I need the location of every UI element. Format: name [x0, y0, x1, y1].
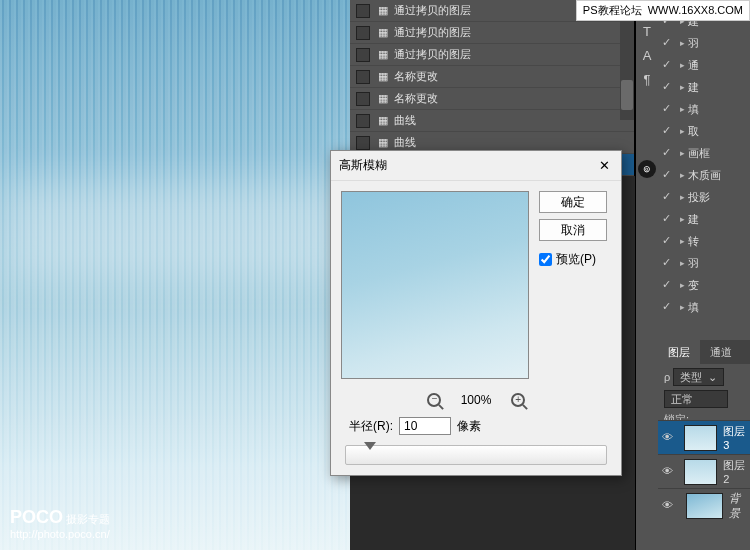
gaussian-blur-dialog: 高斯模糊 ✕ 确定 取消 预览(P) 100% 半径(R): 像素: [330, 150, 622, 476]
preview-checkbox[interactable]: 预览(P): [539, 251, 607, 268]
expand-icon[interactable]: ▸: [680, 126, 685, 136]
group-layer-row[interactable]: ✓▸羽: [658, 252, 750, 274]
layer-icon: ▦: [376, 92, 390, 106]
eye-icon[interactable]: 👁: [662, 465, 674, 479]
expand-icon[interactable]: ▸: [680, 302, 685, 312]
group-layer-row[interactable]: ✓▸木质画: [658, 164, 750, 186]
tab-layers[interactable]: 图层: [658, 340, 700, 364]
expand-icon[interactable]: ▸: [680, 214, 685, 224]
layer-thumb[interactable]: [684, 425, 717, 451]
layer-item[interactable]: 👁图层 3: [658, 420, 750, 454]
group-layer-row[interactable]: ✓▸填: [658, 98, 750, 120]
eye-icon[interactable]: ✓: [662, 36, 676, 50]
expand-icon[interactable]: ▸: [680, 236, 685, 246]
group-layer-row[interactable]: ✓▸转: [658, 230, 750, 252]
panel-tabs: 图层 通道: [658, 340, 750, 364]
expand-icon[interactable]: ▸: [680, 170, 685, 180]
cc-icon[interactable]: ⊚: [638, 160, 656, 178]
eye-icon[interactable]: ✓: [662, 190, 676, 204]
curves-icon: ▦: [376, 136, 390, 150]
tool-column: T A ¶: [636, 20, 658, 92]
zoom-level: 100%: [461, 393, 492, 407]
expand-icon[interactable]: ▸: [680, 82, 685, 92]
eye-icon[interactable]: ✓: [662, 168, 676, 182]
eye-icon[interactable]: ✓: [662, 278, 676, 292]
ok-button[interactable]: 确定: [539, 191, 607, 213]
eye-icon[interactable]: ✓: [662, 212, 676, 226]
group-layer-row[interactable]: ✓▸变: [658, 274, 750, 296]
layer-thumb[interactable]: [686, 493, 723, 519]
group-layer-row[interactable]: ✓▸取: [658, 120, 750, 142]
eye-icon[interactable]: ✓: [662, 256, 676, 270]
eye-icon[interactable]: ✓: [662, 300, 676, 314]
eye-icon[interactable]: ✓: [662, 80, 676, 94]
history-item[interactable]: ▦名称更改: [350, 88, 634, 110]
layer-thumb[interactable]: [684, 459, 717, 485]
expand-icon[interactable]: ▸: [680, 258, 685, 268]
layer-item[interactable]: 👁背景: [658, 488, 750, 522]
eye-icon[interactable]: ✓: [662, 146, 676, 160]
group-layer-row[interactable]: ✓▸通: [658, 54, 750, 76]
layer-icon: ▦: [376, 70, 390, 84]
eye-icon[interactable]: 👁: [662, 499, 676, 513]
eye-icon[interactable]: ✓: [662, 58, 676, 72]
group-layer-row[interactable]: ✓▸建: [658, 208, 750, 230]
zoom-out-icon[interactable]: [427, 393, 441, 407]
char-panel-icon[interactable]: A: [636, 44, 658, 68]
history-item[interactable]: ▦通过拷贝的图层: [350, 44, 634, 66]
close-icon[interactable]: ✕: [595, 157, 613, 175]
dialog-title: 高斯模糊: [339, 157, 387, 174]
history-item[interactable]: ▦曲线: [350, 110, 634, 132]
radius-input[interactable]: [399, 417, 451, 435]
group-layer-row[interactable]: ✓▸填: [658, 296, 750, 318]
cancel-button[interactable]: 取消: [539, 219, 607, 241]
group-layer-row[interactable]: ✓▸投影: [658, 186, 750, 208]
right-panel: T A ¶ ⊚ ✓▸建✓▸羽✓▸通✓▸建✓▸填✓▸取✓▸画框✓▸木质画✓▸投影✓…: [635, 0, 750, 550]
layer-icon: ▦: [376, 4, 390, 18]
tab-channels[interactable]: 通道: [700, 340, 742, 364]
group-layer-row[interactable]: ✓▸画框: [658, 142, 750, 164]
eye-icon[interactable]: ✓: [662, 234, 676, 248]
layer-icon: ▦: [376, 26, 390, 40]
eye-icon[interactable]: 👁: [662, 431, 674, 445]
radius-unit: 像素: [457, 418, 481, 435]
eye-icon[interactable]: ✓: [662, 124, 676, 138]
layer-icon: ▦: [376, 48, 390, 62]
eye-icon[interactable]: ✓: [662, 102, 676, 116]
curves-icon: ▦: [376, 114, 390, 128]
group-layer-row[interactable]: ✓▸建: [658, 76, 750, 98]
expand-icon[interactable]: ▸: [680, 38, 685, 48]
type-tool-icon[interactable]: T: [636, 20, 658, 44]
group-layer-row[interactable]: ✓▸羽: [658, 32, 750, 54]
blend-mode-dropdown[interactable]: 正常: [664, 390, 728, 408]
expand-icon[interactable]: ▸: [680, 148, 685, 158]
expand-icon[interactable]: ▸: [680, 280, 685, 290]
history-item[interactable]: ▦名称更改: [350, 66, 634, 88]
expand-icon[interactable]: ▸: [680, 104, 685, 114]
expand-icon[interactable]: ▸: [680, 60, 685, 70]
poco-logo: POCO 摄影专题 http://photo.poco.cn/: [10, 507, 110, 540]
radius-label: 半径(R):: [349, 418, 393, 435]
canvas-area[interactable]: [0, 0, 350, 550]
blur-preview[interactable]: [341, 191, 529, 379]
para-panel-icon[interactable]: ¶: [636, 68, 658, 92]
watermark: PS教程论坛 WWW.16XX8.COM: [576, 0, 750, 21]
history-item[interactable]: ▦通过拷贝的图层: [350, 22, 634, 44]
layer-item[interactable]: 👁图层 2: [658, 454, 750, 488]
zoom-in-icon[interactable]: [511, 393, 525, 407]
layers-list: 👁图层 3 👁图层 2 👁背景: [658, 420, 750, 522]
radius-slider[interactable]: [345, 445, 607, 465]
layer-kind-dropdown[interactable]: 类型 ⌄: [673, 368, 724, 386]
expand-icon[interactable]: ▸: [680, 192, 685, 202]
